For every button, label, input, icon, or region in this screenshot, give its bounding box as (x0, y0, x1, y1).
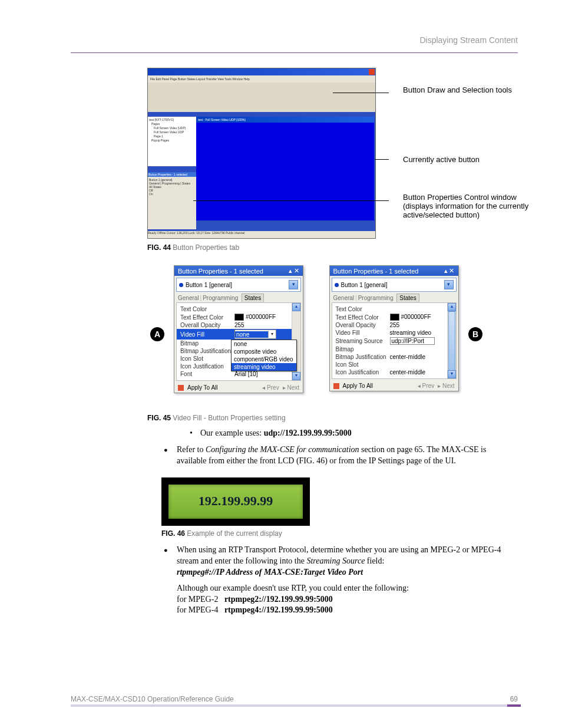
button-name-field[interactable]: Button 1 [general] ▾ (176, 278, 301, 292)
prop-row-opacity[interactable]: Overall Opacity255 (332, 321, 456, 329)
text-run: Our example uses: (200, 429, 264, 437)
prop-value: center-middle (390, 369, 452, 375)
color-swatch-icon (390, 314, 399, 321)
canvas-area[interactable] (196, 123, 374, 220)
tab-states[interactable]: States (242, 294, 264, 302)
apply-to-all-button[interactable]: Apply To All (343, 383, 373, 389)
close-icon[interactable] (369, 69, 375, 75)
text-italic: Configuring the MAX-CSE for communicatio… (206, 445, 359, 454)
apply-icon (333, 383, 339, 389)
annotation-line (333, 93, 389, 93)
next-button[interactable]: Next (442, 383, 455, 389)
tab-programming[interactable]: Programming (203, 295, 238, 301)
panel-titlebar[interactable]: Button Properties - 1 selected ▴✕ (174, 266, 303, 276)
tree-item[interactable]: Page 1 (149, 134, 195, 139)
prop-row-bitmap[interactable]: Bitmap (332, 345, 456, 353)
prop-row-text-effect-color[interactable]: Text Effect Color#000000FF (177, 313, 300, 321)
refer-bullet: Refer to Configuring the MAX-CSE for com… (177, 444, 518, 470)
apply-to-all-button[interactable]: Apply To All (187, 384, 218, 391)
prop-row-text-color[interactable]: Text Color (332, 305, 456, 313)
page-number: 69 (510, 695, 518, 703)
next-button[interactable]: Next (287, 384, 299, 391)
window-titlebar (148, 68, 375, 75)
prop-value[interactable] (390, 337, 452, 345)
panel-titlebar[interactable]: Button Properties - 1 selected ▴✕ (330, 266, 458, 276)
caption-label: FIG. 44 (147, 243, 171, 252)
status-dot-icon (179, 283, 183, 287)
prop-label: Text Effect Color (180, 314, 234, 321)
prev-button[interactable]: Prev (267, 384, 279, 391)
text-run: Refer to (177, 445, 206, 454)
list-item: Refer to Configuring the MAX-CSE for com… (177, 444, 518, 467)
color-hex: #000000FF (246, 314, 276, 320)
prop-value[interactable]: none▾ (234, 330, 297, 339)
chevron-down-icon[interactable]: ▾ (268, 331, 276, 338)
fig44-container: File Edit Panel Page Button States Layou… (147, 68, 530, 239)
scroll-thumb[interactable] (448, 311, 455, 377)
tree-item[interactable]: test [NXT-1700VG] (149, 118, 195, 122)
prop-label: Bitmap (336, 346, 390, 353)
prop-row-text-effect-color[interactable]: Text Effect Color#000000FF (332, 313, 456, 321)
prop-row-bitmap-just[interactable]: Bitmap Justificationcenter-middle (332, 353, 456, 361)
tab-states[interactable]: States (396, 294, 419, 302)
dd-option[interactable]: composite video (232, 348, 296, 355)
panel-tabs[interactable]: General|Programming States (174, 294, 303, 302)
scroll-up-icon[interactable]: ▴ (292, 303, 300, 311)
scroll-down-icon[interactable]: ▾ (292, 372, 300, 380)
panel-body: ▴ ▾ Text Color Text Effect Color#000000F… (176, 302, 301, 381)
prev-button[interactable]: Prev (422, 383, 435, 389)
example-bullet: Our example uses: udp://192.199.99.99:50… (200, 428, 518, 443)
collapse-icon[interactable]: ▴ (443, 267, 449, 275)
prop-row-bitmap[interactable]: Bitmap none composite video component/RG… (177, 340, 300, 347)
button-name-field[interactable]: Button 1 [general] ▾ (332, 278, 457, 292)
chevron-down-icon[interactable]: ▾ (289, 280, 298, 289)
prop-row-icon-slot[interactable]: Icon Slot (332, 361, 456, 368)
tree-item[interactable]: Full Screen Video [UDP] (149, 126, 195, 130)
tab-general[interactable]: General (178, 295, 199, 301)
properties-panel-b: Button Properties - 1 selected ▴✕ Button… (329, 265, 459, 391)
scroll-up-icon[interactable]: ▴ (448, 303, 456, 311)
status-bar: Ready Offline Cursor: 136,203 Lock: 19,1… (148, 231, 375, 238)
streaming-source-input[interactable] (390, 337, 435, 345)
text-bold: udp://192.199.99.99:5000 (264, 429, 352, 437)
dd-option-selected[interactable]: streaming video (232, 363, 296, 371)
close-icon[interactable]: ✕ (449, 267, 455, 275)
menu-bar[interactable]: File Edit Panel Page Button States Layou… (148, 75, 375, 83)
prop-label: Overall Opacity (336, 322, 390, 328)
annotation-text: Button Properties Control window (displa… (403, 193, 538, 219)
badge-b: B (468, 327, 482, 341)
prop-row-opacity[interactable]: Overall Opacity255 (177, 321, 300, 329)
close-icon[interactable]: ✕ (293, 267, 299, 275)
prop-row-video-fill[interactable]: Video Fillnone▾ (177, 329, 300, 340)
toolbar[interactable] (148, 83, 375, 112)
annotation-text: Currently active button (403, 155, 538, 164)
prop-row-streaming-source[interactable]: Streaming Source (332, 337, 456, 345)
prop-value: center-middle (390, 354, 452, 360)
prop-row-text-color[interactable]: Text Color (177, 305, 300, 313)
section-header: Displaying Stream Content (419, 35, 518, 45)
dd-option[interactable]: none (232, 340, 296, 348)
prop-value: #000000FF (234, 314, 297, 321)
prop-row-video-fill[interactable]: Video Fillstreaming video (332, 329, 456, 337)
page-tree[interactable]: test [NXT-1700VG] Pages Full Screen Vide… (148, 117, 196, 166)
tree-item[interactable]: Pages (149, 122, 195, 126)
chevron-down-icon[interactable]: ▾ (444, 280, 454, 289)
lcd-display: 192.199.99.99 (168, 485, 303, 519)
panel-footer: Apply To All ◂ Prev ▸ Next (174, 383, 303, 393)
scrollbar[interactable]: ▴ ▾ (447, 303, 456, 378)
tab-general[interactable]: General (333, 295, 355, 301)
tree-item[interactable]: Full Screen Video UDP (149, 130, 195, 134)
tree-item[interactable]: Popup Pages (149, 139, 195, 143)
prop-label: Bitmap Justification (336, 354, 390, 360)
collapse-icon[interactable]: ▴ (287, 267, 293, 275)
prop-row-icon-just[interactable]: Icon Justificationcenter-middle (332, 368, 456, 376)
video-fill-dropdown[interactable]: none composite video component/RGB video… (231, 340, 297, 371)
tab-programming[interactable]: Programming (358, 295, 394, 301)
dd-option[interactable]: component/RGB video (232, 355, 296, 363)
prop-label: Streaming Source (336, 338, 390, 344)
fig46-container: 192.199.99.99 FIG. 46 Example of the cur… (161, 477, 310, 538)
panel-tabs[interactable]: General|Programming States (330, 294, 458, 302)
button-properties-panel[interactable]: Button Properties - 1 selected Button 1 … (148, 172, 196, 229)
scroll-down-icon[interactable]: ▾ (448, 370, 456, 378)
prop-label: Bitmap Justification (180, 348, 234, 354)
